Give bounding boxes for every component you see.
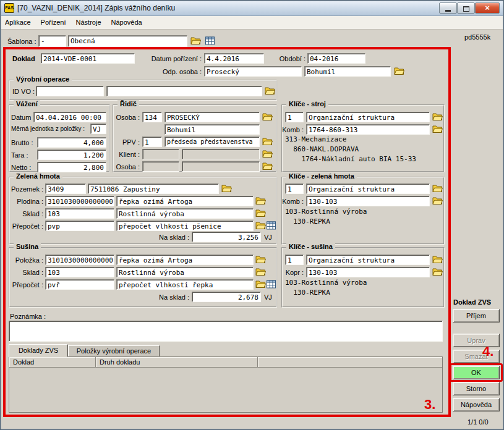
zelena-struktura-code-field[interactable]: 1 [285, 183, 304, 194]
susina-prepocet-lookup-icon[interactable] [255, 280, 267, 289]
id-vo-label: ID VO : [12, 88, 35, 95]
close-button[interactable]: × [475, 2, 500, 14]
title-bar[interactable]: FAS [70_VAZNI_DENIK_2014] Zápis vážního … [0, 0, 504, 16]
stroj-desc-line: 313-Mechanizace [285, 135, 346, 143]
zelena-prepocet-code-field[interactable]: pvp [45, 221, 114, 231]
maximize-icon [463, 6, 469, 12]
kopr-label: Kopr : [281, 269, 304, 276]
susina-struktura-lookup-icon[interactable] [432, 255, 443, 264]
zelena-sklad-code-field[interactable]: 103 [45, 208, 114, 219]
plodina-lookup-icon[interactable] [255, 196, 267, 206]
brutto-field[interactable]: 4,000 [37, 137, 106, 148]
vazeni-datum-field[interactable]: 04.04.2016 00:00 [33, 112, 106, 122]
merna-jednotka-field[interactable]: VJ [90, 124, 106, 134]
zelena-prepocet-name-field[interactable]: přepočet vlhkosti pšenice [116, 221, 254, 231]
kopr-lookup-icon[interactable] [432, 268, 443, 277]
stroj-struktura-name-field[interactable]: Organizační struktura [306, 112, 430, 122]
template-list-icon[interactable] [205, 36, 216, 46]
ppv-lookup-icon[interactable] [262, 137, 273, 146]
sablona-name-field[interactable]: Obecná [68, 35, 187, 47]
minimize-button[interactable] [439, 2, 457, 14]
obdobi-field[interactable]: 04-2016 [307, 53, 365, 64]
odp-osoba-lookup-icon[interactable] [394, 67, 405, 76]
tara-label: Tara : [11, 151, 28, 159]
zelena-prepocet-table-icon[interactable] [267, 221, 278, 230]
stroj-struktura-lookup-icon[interactable] [432, 112, 443, 122]
susina-struktura-name-field[interactable]: Organizační struktura [306, 255, 430, 265]
menu-aplikace[interactable]: Aplikace [0, 16, 36, 29]
klient-lookup-icon[interactable] [262, 150, 273, 159]
susina-desc-line: 130-REPKA [285, 289, 330, 297]
doklady-grid[interactable]: Doklad Druh dokladu [9, 356, 443, 413]
ppv-label: PPV : [114, 138, 140, 146]
tara-field[interactable]: 1,200 [37, 150, 106, 160]
zelena-prepocet-label: Přepočet : [9, 222, 43, 230]
zelena-prepocet-lookup-icon[interactable] [255, 221, 267, 230]
zelena-komb-lookup-icon[interactable] [432, 196, 443, 206]
open-template-icon[interactable] [190, 36, 202, 46]
tab-doklady-zvs[interactable]: Doklady ZVS [9, 344, 68, 357]
menu-nastroje[interactable]: Nástroje [71, 16, 106, 29]
polozka-lookup-icon[interactable] [255, 255, 267, 264]
zelena-struktura-name-field[interactable]: Organizační struktura [306, 183, 430, 194]
susina-na-sklad-label: Na sklad : [155, 293, 189, 301]
kopr-field[interactable]: 130-103 [306, 267, 430, 277]
storno-button[interactable]: Storno [453, 382, 500, 395]
zelena-komb-label: Komb : [281, 198, 304, 205]
grid-header-spacer [258, 357, 442, 368]
pozemek-code-field[interactable]: 3409 [45, 183, 86, 194]
id-vo-name-field[interactable] [106, 86, 262, 96]
ridic-osoba-surname-field[interactable]: PROSECKÝ [164, 112, 260, 122]
zelena-sklad-name-field[interactable]: Rostlinná výroba [116, 208, 254, 219]
tab-polozky-vyrobni-operace[interactable]: Položky výrobní operace [68, 345, 160, 356]
odp-osoba-surname-field[interactable]: Prosecký [204, 66, 302, 77]
sidebar-title: Doklad ZVS [453, 298, 491, 306]
pozemek-label: Pozemek : [9, 185, 43, 193]
polozka-name-field[interactable]: řepka ozimá Artoga [116, 255, 254, 265]
susina-prepocet-table-icon[interactable] [267, 280, 278, 289]
odp-osoba-name-field[interactable]: Bohumil [304, 66, 391, 77]
netto-field[interactable]: 2,800 [37, 162, 106, 172]
maximize-button[interactable] [457, 2, 475, 14]
netto-label: Netto : [11, 164, 31, 171]
id-vo-code-field[interactable] [36, 86, 104, 96]
polozka-code-field[interactable]: 3101030000000000 [45, 255, 114, 265]
doklad-field[interactable]: 2014-VDE-0001 [41, 53, 135, 64]
napoveda-button[interactable]: Nápověda [453, 398, 500, 411]
id-vo-lookup-icon[interactable] [265, 86, 276, 96]
stroj-struktura-code-field[interactable]: 1 [285, 112, 304, 122]
poznamka-input[interactable] [9, 321, 443, 342]
plodina-name-field[interactable]: řepka ozimá Artoga [116, 196, 254, 206]
ppv-name-field[interactable]: předseda představenstva [164, 137, 260, 147]
vazeni-title: Vážení [14, 100, 40, 108]
zelena-desc-line: 103-Rostlinná výroba [285, 208, 367, 216]
plodina-code-field[interactable]: 3101030000000000 [45, 196, 114, 206]
stroj-komb-field[interactable]: 1764-860-313 [306, 124, 430, 135]
susina-prepocet-name-field[interactable]: přepočet vlhkosti řepka [116, 279, 254, 290]
susina-desc-line: 103-Rostlinná výroba [285, 279, 367, 287]
ridic-osoba-lookup-icon[interactable] [262, 112, 273, 122]
prijem-button[interactable]: Příjem [453, 309, 500, 322]
ridic-osoba-code-field[interactable]: 134 [142, 112, 162, 122]
zelena-sklad-lookup-icon[interactable] [255, 209, 267, 218]
annotation-step3-label: 3. [424, 397, 435, 413]
pozemek-lookup-icon[interactable] [221, 184, 233, 193]
ppv-code-field[interactable]: 1 [142, 137, 162, 147]
zelena-struktura-lookup-icon[interactable] [432, 184, 443, 193]
app-logo-icon: FAS [4, 3, 14, 13]
zelena-komb-field[interactable]: 130-103 [306, 196, 430, 206]
ok-button[interactable]: OK [453, 366, 500, 379]
stroj-komb-lookup-icon[interactable] [432, 125, 443, 134]
menu-napoveda[interactable]: Nápověda [106, 16, 147, 29]
susina-sklad-lookup-icon[interactable] [255, 268, 267, 277]
susina-struktura-code-field[interactable]: 1 [285, 255, 304, 265]
susina-prepocet-code-field[interactable]: pvř [45, 279, 114, 290]
menu-porizeni[interactable]: Pořízení [36, 16, 71, 29]
datum-porizeni-field[interactable]: 4.4.2016 [204, 53, 264, 64]
ridic-osoba-name-field[interactable]: Bohumil [164, 124, 260, 135]
sablona-short-field[interactable]: - [38, 35, 66, 47]
susina-sklad-name-field[interactable]: Rostlinná výroba [116, 267, 254, 277]
ridic-osoba2-lookup-icon[interactable] [262, 162, 273, 171]
susina-sklad-code-field[interactable]: 103 [45, 267, 114, 277]
pozemek-name-field[interactable]: 7511086 Zapustiny [88, 183, 219, 194]
